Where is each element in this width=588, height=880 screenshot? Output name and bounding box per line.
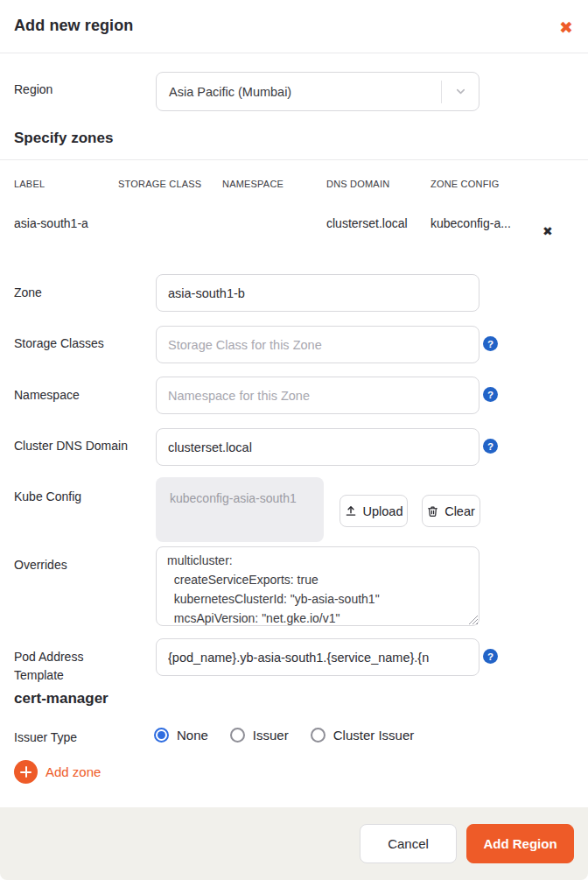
clear-button-label: Clear [444,504,475,518]
page-title: Add new region [14,17,133,35]
textarea-resize-handle[interactable] [468,615,478,624]
radio-option-issuer[interactable]: Issuer [230,728,289,743]
radio-unselected-icon [311,728,326,743]
region-select-value: Asia Pacific (Mumbai) [157,85,441,99]
pod-address-label: Pod Address Template [14,648,106,685]
specify-zones-heading: Specify zones [14,130,113,147]
radio-label-none: None [177,728,208,743]
plus-icon [14,760,38,784]
clear-button[interactable]: Clear [422,495,480,527]
upload-button[interactable]: Upload [340,495,408,527]
namespace-label: Namespace [14,386,145,405]
dns-domain-label: Cluster DNS Domain [14,437,145,455]
column-header-storage-class: STORAGE CLASS [118,179,201,189]
zone-label: Zone [14,284,145,302]
zone-row-dns-domain: clusterset.local [326,216,408,230]
namespace-help-icon[interactable]: ? [483,387,498,402]
radio-option-none[interactable]: None [154,728,208,743]
overrides-textarea[interactable]: multicluster: createServiceExports: true… [156,546,480,626]
zone-row-label: asia-south1-a [14,216,88,230]
cert-manager-heading: cert-manager [14,690,108,708]
column-header-label: LABEL [14,179,45,189]
close-icon[interactable]: ✖ [559,17,573,39]
storage-classes-help-icon[interactable]: ? [483,336,498,351]
radio-option-cluster-issuer[interactable]: Cluster Issuer [311,728,415,743]
overrides-label: Overrides [14,556,145,574]
issuer-type-radio-group: None Issuer Cluster Issuer [154,728,414,743]
add-zone-label: Add zone [46,764,101,779]
chevron-down-icon[interactable] [442,85,479,98]
dns-domain-input[interactable] [156,428,480,466]
storage-classes-input[interactable] [156,326,480,363]
storage-classes-label: Storage Classes [14,334,145,353]
column-header-namespace: NAMESPACE [222,179,284,189]
zones-divider [0,159,588,160]
cancel-button[interactable]: Cancel [360,824,457,863]
delete-zone-icon[interactable]: ✖ [542,224,553,238]
kube-config-filename: kubeconfig-asia-south1 [156,477,324,542]
column-header-zone-config: ZONE CONFIG [430,179,500,189]
dns-domain-help-icon[interactable]: ? [483,439,498,454]
namespace-input[interactable] [156,377,480,414]
add-region-button[interactable]: Add Region [466,824,574,863]
issuer-type-label: Issuer Type [14,729,145,747]
upload-icon [345,505,357,517]
region-select[interactable]: Asia Pacific (Mumbai) [156,72,480,111]
radio-label-issuer: Issuer [253,728,289,743]
pod-address-input[interactable] [156,638,480,676]
radio-label-cluster-issuer: Cluster Issuer [333,728,415,743]
pod-address-help-icon[interactable]: ? [483,649,498,664]
radio-selected-icon [154,728,169,743]
zone-row-zone-config: kubeconfig-a... [430,216,511,230]
modal-footer: Cancel Add Region [0,807,588,880]
add-zone-button[interactable]: Add zone [14,760,101,784]
column-header-dns-domain: DNS DOMAIN [326,179,389,189]
zone-input[interactable] [156,274,480,312]
radio-unselected-icon [230,728,245,743]
region-label: Region [14,81,145,99]
trash-icon [427,505,438,517]
upload-button-label: Upload [363,504,403,518]
add-new-region-modal: Add new region ✖ Region Asia Pacific (Mu… [0,0,588,880]
header-divider [0,53,588,53]
kube-config-label: Kube Config [14,488,145,506]
